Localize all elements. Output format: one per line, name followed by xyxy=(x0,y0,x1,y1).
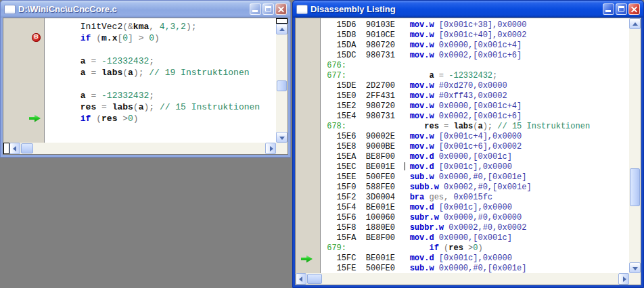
code-line: 15F2 3D0004 bra ges, 0x0015fc xyxy=(322,193,629,203)
code-line: 15F0 588FE0 subb.w 0x0002,#0,[0x001e] xyxy=(322,183,629,193)
editor-client-area: B InitVec2(&kma, 4,3,2); if (m.x[0] > 0)… xyxy=(3,18,288,155)
scroll-down-button[interactable] xyxy=(629,262,641,273)
scroll-up-button[interactable] xyxy=(629,18,641,29)
window-controls xyxy=(250,3,287,15)
down-arrow-icon xyxy=(279,137,285,140)
scroll-left-button[interactable] xyxy=(9,143,20,154)
minimize-button[interactable] xyxy=(603,3,614,15)
code-line: a = labs(a); // 19 Instruktionen xyxy=(49,67,276,78)
code-line: 15F4 BE001E mov.d [0x001c],0x0000 xyxy=(322,203,629,213)
code-line: 677: a = -12332432; xyxy=(322,71,629,81)
code-line: 15DE 2D2700 mov.w #0xd270,0x0000 xyxy=(322,81,629,91)
code-line: 15FA BE8F00 mov.d 0x0000,[0x001c] xyxy=(322,233,629,243)
code-line: 15FE 500FE0 sub.w 0x0000,#0,[0x001e] xyxy=(322,264,629,273)
current-statement-arrow-icon xyxy=(29,114,41,122)
horizontal-scrollbar-thumb[interactable] xyxy=(307,274,322,284)
breakpoint-marker[interactable]: B xyxy=(32,33,41,42)
code-line: res = labs(a); // 15 Instruktionen xyxy=(49,101,276,113)
close-button[interactable] xyxy=(275,3,287,15)
code-line: a = -12332432; xyxy=(49,55,276,67)
disassembly-titlebar[interactable]: Disassembly Listing xyxy=(293,1,643,18)
code-line: 15E0 2FF431 mov.w #0xff43,0x0002 xyxy=(322,91,629,101)
scroll-right-button[interactable] xyxy=(618,273,629,285)
scroll-down-button[interactable] xyxy=(276,132,288,143)
current-statement-arrow-icon xyxy=(301,255,313,263)
code-line: 15E2 980720 mov.w 0x0000,[0x001c+4] xyxy=(322,101,629,112)
code-line: 15D8 9010CE mov.w [0x001c+40],0x0002 xyxy=(322,30,629,41)
minimize-button[interactable] xyxy=(250,3,261,15)
disassembly-window-title: Disassembly Listing xyxy=(310,4,600,14)
vertical-scrollbar-thumb[interactable] xyxy=(630,168,640,206)
code-line: 15DC 980731 mov.w 0x0002,[0x001c+6] xyxy=(322,51,629,61)
horizontal-scrollbar-thumb[interactable] xyxy=(21,143,33,153)
editor-window: D:\WiniCnc\uCncCore.c B InitVec2(&kma, 4… xyxy=(0,0,291,158)
scrollbar-corner xyxy=(629,273,641,285)
maximize-button[interactable] xyxy=(262,3,274,15)
close-button[interactable] xyxy=(628,3,640,15)
code-line: if (m.x[0] > 0) xyxy=(49,32,276,44)
code-line: 15EA BE8F00 mov.d 0x0000,[0x001c] xyxy=(322,152,629,162)
editor-breakpoint-gutter[interactable]: B xyxy=(3,18,45,143)
code-line: 15DA 980720 mov.w 0x0000,[0x001c+4] xyxy=(322,41,629,51)
scroll-right-button[interactable] xyxy=(265,143,276,154)
right-arrow-icon xyxy=(623,277,626,282)
disassembly-window: Disassembly Listing 15D6 90103E mov.w [0… xyxy=(292,0,644,288)
code-line: 15FC BE001E mov.d [0x001c],0x0000 xyxy=(322,254,629,264)
code-line: 15E6 90002E mov.w [0x001c+4],0x0000 xyxy=(322,132,629,142)
scroll-up-button[interactable] xyxy=(276,24,288,34)
code-line xyxy=(49,78,276,90)
editor-window-title: D:\WiniCnc\uCncCore.c xyxy=(18,4,247,14)
pane-split-box[interactable] xyxy=(3,143,9,154)
code-line xyxy=(49,44,276,55)
left-arrow-icon xyxy=(13,146,16,151)
window-icon xyxy=(296,5,308,14)
right-arrow-icon xyxy=(270,146,273,151)
code-line: 676: xyxy=(322,61,629,71)
code-line: 15F6 100060 subr.w 0x0000,#0,0x0000 xyxy=(322,213,629,223)
disassembly-gutter[interactable] xyxy=(296,18,321,273)
editor-horizontal-scrollbar[interactable] xyxy=(3,143,276,154)
code-line: 15F8 1880E0 subbr.w 0x0002,#0,0x0002 xyxy=(322,223,629,233)
code-line: 15EC BE001E mov.d [0x001c],0x0000 xyxy=(322,162,629,172)
code-line: 15E8 9000BE mov.w [0x001c+6],0x0002 xyxy=(322,142,629,152)
disassembly-listing-area[interactable]: 15D6 90103E mov.w [0x001c+38],0x0000 15D… xyxy=(321,18,629,273)
disassembly-client-area: 15D6 90103E mov.w [0x001c+38],0x0000 15D… xyxy=(295,18,641,285)
code-line: 15EE 500FE0 sub.w 0x0000,#0,[0x001e] xyxy=(322,172,629,183)
code-line: if (res >0) xyxy=(49,113,276,124)
code-line: 15D6 90103E mov.w [0x001c+38],0x0000 xyxy=(322,20,629,30)
up-arrow-icon xyxy=(279,28,285,31)
maximize-button[interactable] xyxy=(616,3,627,15)
code-line: 15E4 980731 mov.w 0x0002,[0x001c+6] xyxy=(322,112,629,122)
code-line: 679: if (res >0) xyxy=(322,243,629,254)
editor-vertical-scrollbar[interactable] xyxy=(276,18,288,143)
code-line: InitVec2(&kma, 4,3,2); xyxy=(49,21,276,32)
window-icon xyxy=(4,5,16,14)
editor-titlebar[interactable]: D:\WiniCnc\uCncCore.c xyxy=(1,1,290,18)
window-controls xyxy=(603,3,640,15)
code-line: a = -12332432; xyxy=(49,90,276,101)
vertical-scrollbar-thumb[interactable] xyxy=(277,80,287,91)
scroll-left-button[interactable] xyxy=(296,273,306,285)
editor-code-area[interactable]: InitVec2(&kma, 4,3,2); if (m.x[0] > 0) a… xyxy=(45,18,276,143)
disassembly-vertical-scrollbar[interactable] xyxy=(629,18,641,273)
splitter-box[interactable] xyxy=(276,18,288,24)
left-arrow-icon xyxy=(299,277,302,282)
up-arrow-icon xyxy=(632,22,638,26)
down-arrow-icon xyxy=(632,267,638,270)
scrollbar-corner xyxy=(276,143,288,154)
disassembly-horizontal-scrollbar[interactable] xyxy=(296,273,629,285)
code-line: 678: res = labs(a); // 15 Instruktionen xyxy=(322,122,629,132)
